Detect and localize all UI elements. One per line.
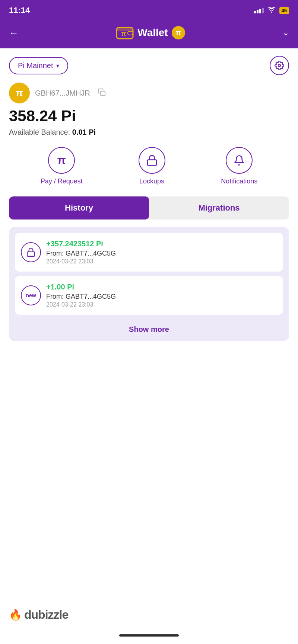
main-content: Pi Mainnet ▾ π GBH67...JMHJR 358.24 Pi A… — [0, 48, 298, 349]
wallet-icon: π — [116, 24, 134, 42]
tab-history[interactable]: History — [9, 196, 149, 220]
battery-indicator: 45 — [279, 7, 289, 14]
transaction-amount: +1.00 Pi — [46, 283, 277, 291]
header-title-text: Wallet — [137, 27, 168, 39]
svg-rect-5 — [101, 91, 105, 96]
dubizzle-flame-icon: 🔥 — [9, 609, 22, 621]
header-pi-badge: π — [172, 26, 185, 39]
notifications-label: Notifications — [221, 177, 257, 185]
pay-request-label: Pay / Request — [41, 177, 83, 185]
signal-icon — [254, 8, 264, 13]
svg-rect-3 — [128, 31, 133, 35]
back-button[interactable]: ← — [9, 27, 19, 39]
transaction-date: 2024-03-22 23:03 — [46, 258, 277, 265]
transaction-details: +357.2423512 Pi From: GABT7...4GC5G 2024… — [46, 240, 277, 265]
notifications-icon — [226, 147, 253, 174]
header-title: π Wallet π — [116, 24, 185, 42]
lockups-icon — [139, 147, 165, 174]
network-label: Pi Mainnet — [18, 61, 53, 70]
wallet-address-row: π GBH67...JMHJR — [9, 83, 289, 103]
history-section: +357.2423512 Pi From: GABT7...4GC5G 2024… — [9, 227, 289, 341]
header-chevron[interactable]: ⌄ — [282, 28, 289, 38]
network-selector[interactable]: Pi Mainnet ▾ — [9, 57, 68, 74]
home-indicator — [119, 634, 179, 637]
transaction-details: +1.00 Pi From: GABT7...4GC5G 2024-03-22 … — [46, 283, 277, 308]
svg-point-4 — [278, 64, 281, 67]
notifications-button[interactable]: Notifications — [221, 147, 257, 185]
transaction-date: 2024-03-22 23:03 — [46, 301, 277, 308]
status-time: 11:14 — [9, 6, 30, 15]
tab-migrations[interactable]: Migrations — [149, 196, 289, 220]
transaction-from: From: GABT7...4GC5G — [46, 293, 277, 301]
transaction-item[interactable]: new +1.00 Pi From: GABT7...4GC5G 2024-03… — [15, 276, 283, 315]
transaction-lock-icon — [21, 242, 41, 262]
transaction-item[interactable]: +357.2423512 Pi From: GABT7...4GC5G 2024… — [15, 233, 283, 272]
lockups-label: Lockups — [139, 177, 164, 185]
action-buttons: π Pay / Request Lockups Notifications — [9, 147, 289, 185]
wifi-icon — [267, 7, 276, 15]
lockups-button[interactable]: Lockups — [139, 147, 165, 185]
available-balance: Available Balance: 0.01 Pi — [9, 128, 289, 137]
show-more-button[interactable]: Show more — [15, 319, 283, 335]
pi-logo: π — [9, 83, 30, 103]
dubizzle-watermark: 🔥 dubizzle — [9, 608, 68, 622]
transaction-amount: +357.2423512 Pi — [46, 240, 277, 248]
pay-request-button[interactable]: π Pay / Request — [41, 147, 83, 185]
app-header: ← π Wallet π ⌄ — [0, 20, 298, 48]
total-balance: 358.24 Pi — [9, 107, 289, 125]
transaction-from: From: GABT7...4GC5G — [46, 250, 277, 257]
tabs-container: History Migrations — [9, 196, 289, 220]
network-row: Pi Mainnet ▾ — [9, 56, 289, 75]
network-chevron: ▾ — [56, 62, 59, 69]
svg-text:π: π — [121, 31, 126, 37]
dubizzle-logo: dubizzle — [24, 608, 68, 622]
settings-button[interactable] — [270, 56, 289, 75]
pay-request-icon: π — [48, 147, 75, 174]
wallet-address: GBH67...JMHJR — [35, 89, 90, 97]
svg-rect-7 — [27, 252, 35, 256]
status-bar: 11:14 45 — [0, 0, 298, 20]
copy-address-button[interactable] — [98, 88, 106, 98]
svg-rect-6 — [148, 160, 156, 166]
transaction-new-badge: new — [21, 285, 41, 305]
status-icons: 45 — [254, 7, 289, 15]
